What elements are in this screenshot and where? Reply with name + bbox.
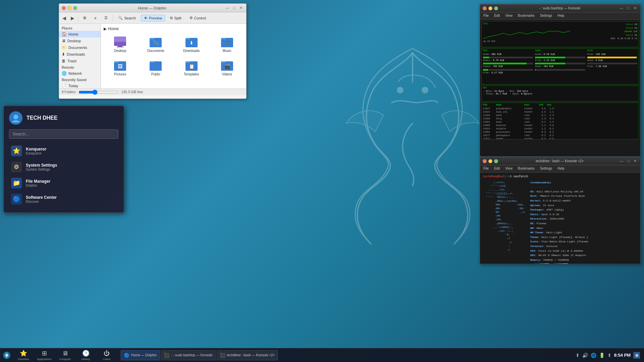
proc-user: techd+ — [524, 131, 538, 133]
process-row: 22581 bash root 0.1 1.3 — [483, 120, 637, 124]
bash-max-btn[interactable] — [494, 159, 498, 163]
file-manager-name: File Manager — [26, 179, 116, 184]
tray-update-icon[interactable]: ⬆ — [607, 353, 611, 358]
close-button[interactable] — [62, 6, 66, 10]
detail-view-button[interactable]: ☰ — [101, 14, 111, 21]
leave-label: Leave — [103, 358, 110, 361]
back-button[interactable]: ◀ — [61, 15, 67, 21]
bashtop-menu-file[interactable]: File — [482, 13, 490, 19]
split-button[interactable]: ⧉ Split — [167, 14, 184, 21]
bashtop-restore-icon[interactable]: □ — [626, 6, 631, 10]
bash-minimize-icon[interactable]: — — [619, 159, 624, 163]
launcher-app-software-center[interactable]: 🔵 Software Center Discover — [9, 191, 118, 207]
close-icon[interactable]: ✕ — [238, 6, 244, 10]
taskbar-bash-btn[interactable]: ⬛ techdhee : bash — Konsole <2> — [217, 350, 278, 360]
taskbar-favorites-btn[interactable]: ⭐ Favorites — [13, 349, 34, 362]
kali-logo-button[interactable] — [2, 351, 11, 360]
proc-pid: 21937 — [483, 107, 495, 110]
sidebar-item-desktop[interactable]: 🖥 Desktop — [59, 38, 101, 44]
bashtop-minimize-icon[interactable]: — — [619, 6, 624, 10]
bash-menu-file[interactable]: File — [482, 166, 490, 172]
bashtop-menu-settings[interactable]: Settings — [539, 13, 553, 19]
control-button[interactable]: ⚙ Control — [186, 14, 209, 21]
launcher-app-konqueror[interactable]: ⭐ Konqueror Konqueror — [9, 143, 118, 159]
proc-user: techd+ — [524, 127, 538, 130]
places-label: Places — [59, 25, 101, 31]
bashtop-menu-help[interactable]: Help — [556, 13, 566, 19]
bashtop-close-btn[interactable] — [483, 6, 487, 10]
maximize-button[interactable] — [73, 6, 77, 10]
sidebar-item-network[interactable]: 🌐 Network — [59, 70, 101, 77]
minimize-icon[interactable]: — — [224, 6, 230, 10]
icon-view-button[interactable]: ⊞ — [80, 14, 89, 21]
folder-music[interactable]: 🎵 Music — [211, 34, 244, 55]
bash-menu-help[interactable]: Help — [556, 166, 566, 172]
bash-close-btn[interactable] — [483, 159, 487, 163]
forward-button[interactable]: ▶ — [69, 15, 76, 21]
bash-menu-bookmarks[interactable]: Bookmarks — [517, 166, 536, 172]
tray-upload-icon[interactable]: ⬆ — [576, 353, 580, 358]
bashtop-min-btn[interactable] — [488, 6, 492, 10]
bash-restore-icon[interactable]: □ — [626, 159, 631, 163]
folder-pictures[interactable]: 🖼 Pictures — [104, 57, 137, 78]
cpu-graph-svg — [483, 26, 570, 39]
folder-downloads[interactable]: ⬇ Downloads — [175, 34, 208, 55]
bash-menu-edit[interactable]: Edit — [493, 166, 501, 172]
bash-window-controls — [483, 159, 498, 163]
sidebar-item-today[interactable]: 📄 Today — [59, 82, 101, 88]
bash-min-btn[interactable] — [488, 159, 492, 163]
bash-titlebar: techdhee : bash — Konsole <2> — □ ✕ — [480, 157, 640, 165]
tray-battery-icon[interactable]: 🔋 — [599, 353, 605, 358]
compact-view-button[interactable]: ≡ — [91, 15, 99, 21]
launcher-app-file-manager[interactable]: 📁 File Manager Dolphin — [9, 175, 118, 191]
folder-public[interactable]: Public — [139, 57, 172, 78]
bashtop-menu-bookmarks[interactable]: Bookmarks — [517, 13, 536, 19]
sidebar-item-downloads[interactable]: ⬇ Downloads — [59, 51, 101, 58]
bash-close-icon[interactable]: ✕ — [633, 159, 638, 163]
bash-prompt-text: techdhee@kali — [483, 175, 506, 178]
templates-folder-name: Templates — [184, 72, 199, 76]
taskbar-dolphin-btn[interactable]: 🔵 Home — Dolphin — [121, 350, 160, 360]
sidebar-item-home[interactable]: 🏠 Home — [59, 31, 101, 38]
sidebar-item-documents[interactable]: 📁 Documents — [59, 44, 101, 51]
search-button[interactable]: 🔍 Search — [115, 14, 139, 21]
taskbar-leave-btn[interactable]: ⏻ Leave — [97, 349, 117, 362]
disk-label: DISK — [587, 49, 637, 52]
bashtop-title: - : sudo bashtop — Konsole — [501, 6, 619, 10]
bash-window: techdhee : bash — Konsole <2> — □ ✕ File… — [480, 157, 641, 264]
bash-menu-settings[interactable]: Settings — [539, 166, 553, 172]
history-icon: 🕐 — [82, 350, 90, 357]
taskbar: ⭐ Favorites ⊞ Applications 🖥 Computer 🕐 … — [0, 348, 644, 362]
proc-pid: 21872 — [483, 137, 495, 139]
tray-network-icon[interactable]: 🌐 — [591, 353, 596, 358]
folder-templates[interactable]: 📋 Templates — [175, 57, 208, 78]
sidebar-item-trash[interactable]: 🗑 Trash — [59, 58, 101, 64]
taskbar-computer-btn[interactable]: 🖥 Computer — [55, 349, 75, 362]
preview-button[interactable]: 👁 Preview — [141, 15, 165, 21]
bashtop-menu-edit[interactable]: Edit — [493, 13, 501, 19]
mem-free: Free: 6.17 GiB — [483, 71, 533, 75]
minimize-button[interactable] — [67, 6, 71, 10]
tray-audio-icon[interactable]: 🔊 — [582, 353, 588, 358]
bash-menu-view[interactable]: View — [504, 166, 514, 172]
svg-text:⬇: ⬇ — [190, 40, 194, 46]
downloads-folder-icon: ⬇ — [185, 36, 198, 48]
launcher-search-input[interactable] — [9, 129, 118, 139]
bashtop-close-icon[interactable]: ✕ — [633, 6, 638, 10]
folder-documents[interactable]: 📎 Documents — [139, 34, 172, 55]
folder-videos[interactable]: 🎬 Videos — [211, 57, 244, 78]
taskbar-bashtop-btn[interactable]: ⬛ - : sudo bashtop — Konsole — [161, 350, 215, 360]
toolbar-separator-2 — [113, 15, 113, 21]
bashtop-menu-view[interactable]: View — [504, 13, 514, 19]
taskbar-applications-btn[interactable]: ⊞ Applications — [34, 349, 54, 362]
restore-icon[interactable]: □ — [232, 6, 236, 10]
dolphin-main-content: ▶ Home Desktop — [101, 24, 246, 88]
tray-status-icon[interactable]: ▦ — [633, 352, 640, 359]
folder-desktop[interactable]: Desktop — [104, 34, 137, 55]
remote-label: Remote — [59, 64, 101, 70]
dolphin-body: Places 🏠 Home 🖥 Desktop 📁 Documents ⬇ Do… — [59, 24, 246, 88]
launcher-app-system-settings[interactable]: ⚙ System Settings System Settings — [9, 159, 118, 175]
bashtop-max-btn[interactable] — [494, 6, 498, 10]
taskbar-history-btn[interactable]: 🕐 History — [76, 349, 96, 362]
zoom-slider[interactable] — [78, 89, 119, 95]
